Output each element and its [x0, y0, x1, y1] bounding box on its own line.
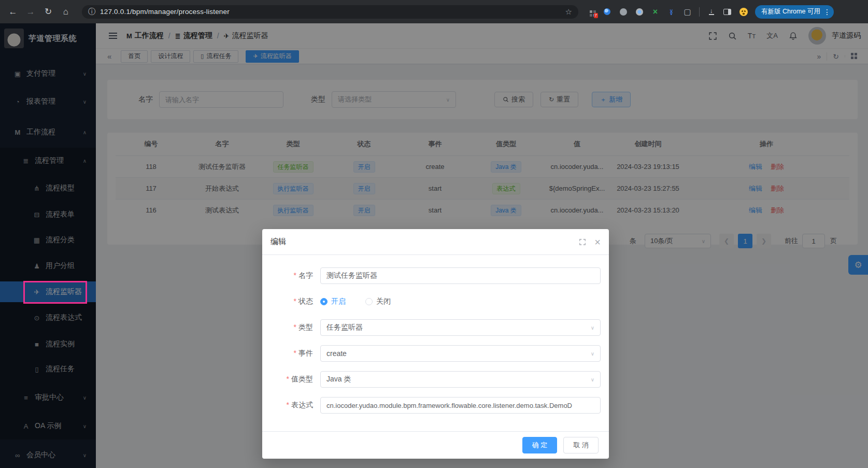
dialog-title: 编辑	[271, 237, 286, 247]
dialog-fullscreen-icon[interactable]	[579, 238, 586, 246]
dialog-footer: 确 定 取 消	[262, 431, 609, 459]
value-type-field-select[interactable]: Java 类 ∨	[320, 371, 601, 388]
expression-field-input[interactable]	[320, 397, 601, 414]
event-field-label: *事件	[273, 349, 313, 358]
cancel-button[interactable]: 取 消	[563, 437, 599, 453]
value-type-field-label: *值类型	[273, 375, 313, 384]
extension-glyph	[636, 8, 643, 16]
panel-glyph	[723, 9, 731, 15]
name-field-input[interactable]	[320, 267, 601, 284]
status-on-label: 开启	[331, 297, 346, 306]
browser-back-icon[interactable]: ←	[4, 7, 22, 17]
extensions-puzzle-icon[interactable]: ▢	[683, 7, 692, 16]
status-radio-on[interactable]: 开启	[320, 297, 346, 306]
form-row-status: *状态 开启 关闭	[273, 293, 601, 310]
radio-dot-icon	[320, 298, 328, 305]
form-row-type: *类型 任务监听器 ∨	[273, 319, 601, 336]
dialog-close-icon[interactable]: ×	[594, 238, 601, 246]
extension-glyph	[590, 10, 592, 13]
form-row-value-type: *值类型 Java 类 ∨	[273, 371, 601, 388]
form-row-event: *事件 create ∨	[273, 345, 601, 362]
extension-glyph	[620, 8, 627, 16]
extension-icon[interactable]: 7	[587, 7, 595, 16]
extension-icon[interactable]: ×	[651, 7, 660, 16]
status-off-label: 关闭	[376, 297, 391, 306]
chevron-down-icon: ∨	[591, 351, 594, 357]
extension-glyph	[604, 8, 610, 15]
form-row-name: *名字	[273, 267, 601, 284]
required-mark: *	[287, 375, 289, 383]
site-info-icon[interactable]: ⓘ	[88, 7, 95, 17]
dialog-body: *名字 *状态 开启 关闭 *类型 任务监听器 ∨	[262, 255, 609, 414]
expression-field-label: *表达式	[273, 401, 313, 410]
type-field-label: *类型	[273, 323, 313, 332]
edit-dialog: 编辑 × *名字 *状态 开启 关闭	[262, 229, 609, 459]
extension-badge: 7	[594, 13, 598, 18]
extensions-row: 7 × ∨∨ ▢ ↓	[587, 7, 748, 17]
event-field-value: create	[326, 349, 347, 358]
dialog-header: 编辑 ×	[262, 229, 609, 255]
browser-forward-icon[interactable]: →	[22, 7, 39, 17]
status-radio-off[interactable]: 关闭	[365, 297, 391, 306]
type-field-select[interactable]: 任务监听器 ∨	[320, 319, 601, 336]
chrome-menu-icon[interactable]: ⋮	[823, 8, 831, 16]
required-mark: *	[287, 401, 289, 409]
browser-chrome: ← → ↻ ⌂ ⓘ 127.0.0.1/bpm/manager/process-…	[0, 0, 868, 23]
value-type-field-value: Java 类	[326, 375, 351, 384]
form-row-expression: *表达式	[273, 397, 601, 414]
type-field-value: 任务监听器	[326, 323, 363, 332]
chrome-update-label: 有新版 Chrome 可用	[761, 7, 820, 16]
status-field-label: *状态	[273, 297, 313, 306]
profile-avatar-icon[interactable]	[739, 7, 748, 16]
downloads-icon[interactable]: ↓	[707, 7, 716, 16]
browser-home-icon[interactable]: ⌂	[57, 7, 75, 17]
required-mark: *	[294, 271, 296, 279]
address-bar[interactable]: ⓘ 127.0.0.1/bpm/manager/process-listener…	[82, 5, 578, 19]
toolbar-divider	[699, 7, 700, 17]
bookmark-star-icon[interactable]: ☆	[565, 7, 572, 17]
url-text[interactable]: 127.0.0.1/bpm/manager/process-listener	[100, 8, 565, 16]
chevron-down-icon: ∨	[591, 377, 594, 382]
extension-icon[interactable]	[603, 7, 611, 16]
required-mark: *	[294, 349, 296, 357]
emoji-glyph	[739, 8, 748, 16]
extension-icon[interactable]	[619, 7, 628, 16]
side-panel-icon[interactable]	[723, 7, 732, 16]
chevron-down-icon: ∨	[591, 325, 594, 331]
extension-icon[interactable]	[635, 7, 644, 16]
event-field-select[interactable]: create ∨	[320, 345, 601, 362]
browser-reload-icon[interactable]: ↻	[39, 6, 57, 17]
required-mark: *	[294, 297, 296, 305]
extension-icon[interactable]: ∨∨	[667, 7, 676, 16]
chrome-update-button[interactable]: 有新版 Chrome 可用 ⋮	[755, 5, 834, 19]
radio-dot-icon	[365, 298, 373, 305]
confirm-button[interactable]: 确 定	[522, 437, 558, 453]
name-field-label: *名字	[273, 271, 313, 280]
required-mark: *	[294, 323, 296, 331]
